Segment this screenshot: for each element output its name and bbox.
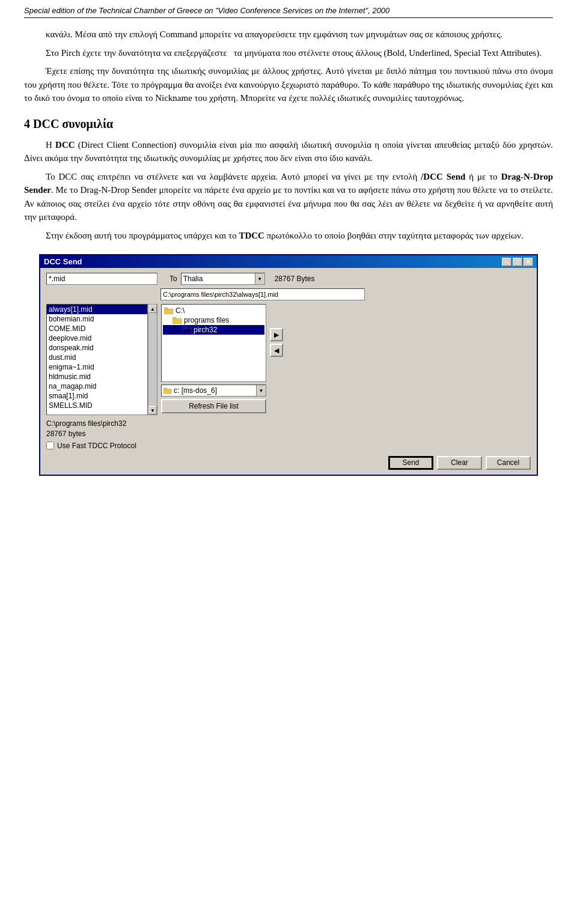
body-content: κανάλι. Μέσα από την επιλογή Command μπο… <box>24 28 553 105</box>
svg-rect-5 <box>182 327 186 329</box>
section-4-content: Η DCC (Direct Client Connection) συνομιλ… <box>24 138 553 243</box>
file-item-always[interactable]: always[1].mid <box>47 305 147 314</box>
fast-tdcc-checkbox[interactable] <box>46 442 54 449</box>
bottom-buttons: Send Clear Cancel <box>46 454 531 470</box>
close-button[interactable]: ✕ <box>524 258 533 266</box>
drive-combo-dropdown-btn[interactable]: ▼ <box>256 385 266 396</box>
file-item-donspeak[interactable]: donspeak.mid <box>47 343 147 353</box>
path-info-line2: 28767 bytes <box>46 429 531 439</box>
filepath-row <box>46 288 531 300</box>
dcc-send-dialog: DCC Send ─ □ ✕ To Thalia ▼ 28767 Bytes <box>39 254 538 476</box>
file-item-bohemian[interactable]: bohemian.mid <box>47 314 147 324</box>
drive-icon-small <box>163 387 172 394</box>
refresh-button-label: Refresh File list <box>189 402 239 410</box>
maximize-button[interactable]: □ <box>513 258 522 266</box>
section-4-heading: 4 DCC συνομιλία <box>24 117 553 131</box>
dir-item-pirch32[interactable]: pirch32 <box>163 325 264 335</box>
file-filter-input[interactable] <box>46 273 157 285</box>
svg-rect-1 <box>164 308 168 309</box>
drive-combo[interactable]: c: [ms-dos_6] ▼ <box>161 384 266 397</box>
to-combo-dropdown-btn[interactable]: ▼ <box>255 273 264 284</box>
scroll-down-arrow[interactable]: ▼ <box>148 406 157 415</box>
arrow-panel: ▶ ◀ <box>270 304 283 357</box>
filepath-input[interactable] <box>160 288 365 300</box>
dialog-titlebar: DCC Send ─ □ ✕ <box>40 255 537 268</box>
section4-paragraph-1: Η DCC (Direct Client Connection) συνομιλ… <box>24 138 553 165</box>
titlebar-buttons: ─ □ ✕ <box>502 258 533 266</box>
file-item-na_magap[interactable]: na_magap.mid <box>47 381 147 391</box>
arrow-left-button[interactable]: ◀ <box>270 344 283 357</box>
paragraph-2: Στο Pirch έχετε την δυνατότητα να επεξερ… <box>24 46 553 60</box>
send-button[interactable]: Send <box>388 456 433 470</box>
to-combo[interactable]: Thalia ▼ <box>181 273 265 285</box>
dir-item-programs[interactable]: programs files <box>163 315 264 325</box>
to-combo-value: Thalia <box>182 274 255 284</box>
file-list-scrollbar[interactable]: ▲ ▼ <box>148 304 157 415</box>
top-row: To Thalia ▼ 28767 Bytes <box>46 273 531 285</box>
folder-icon-programs <box>172 317 182 324</box>
drive-label: c: [ms-dos_6] <box>174 386 217 395</box>
clear-button-label: Clear <box>451 458 468 467</box>
dialog-body: To Thalia ▼ 28767 Bytes always[1].mid bo… <box>40 268 537 475</box>
file-item-enigma[interactable]: enigma~1.mid <box>47 362 147 372</box>
scroll-up-arrow[interactable]: ▲ <box>148 305 157 313</box>
svg-rect-7 <box>163 388 166 390</box>
file-listbox-container: always[1].mid bohemian.mid COME.MID deep… <box>46 304 157 415</box>
checkbox-row: Use Fast TDCC Protocol <box>46 442 531 450</box>
header-text: Special edition of the Technical Chamber… <box>24 6 389 15</box>
main-area: always[1].mid bohemian.mid COME.MID deep… <box>46 304 531 415</box>
file-item-smaa[interactable]: smaa[1].mid <box>47 391 147 401</box>
path-info: C:\programs files\pirch32 28767 bytes <box>46 419 531 439</box>
cancel-button[interactable]: Cancel <box>486 456 531 470</box>
svg-rect-6 <box>163 389 171 394</box>
file-item-dust[interactable]: dust.mid <box>47 353 147 362</box>
svg-rect-0 <box>164 309 173 314</box>
file-item-deeplove[interactable]: deeplove.mid <box>47 333 147 343</box>
paragraph-3: Έχετε επίσης την δυνατότητα της ιδιωτική… <box>24 64 553 105</box>
path-info-line1: C:\programs files\pirch32 <box>46 419 531 429</box>
file-item-hldmusic[interactable]: hldmusic.mid <box>47 372 147 381</box>
minimize-button[interactable]: ─ <box>502 258 511 266</box>
dir-item-drive[interactable]: C:\ <box>163 306 264 315</box>
send-button-label: Send <box>402 458 419 467</box>
bytes-label: 28767 Bytes <box>275 275 315 283</box>
svg-rect-3 <box>172 317 176 319</box>
page-header: Special edition of the Technical Chamber… <box>24 6 553 18</box>
to-label: To <box>169 275 177 283</box>
paragraph-1: κανάλι. Μέσα από την επιλογή Command μπο… <box>24 28 553 41</box>
cancel-button-label: Cancel <box>497 458 519 467</box>
dir-panel: C:\ programs files <box>161 304 266 413</box>
drive-combo-value: c: [ms-dos_6] <box>162 386 256 395</box>
section4-paragraph-2: Το DCC σας επιτρέπει να στέλνετε και να … <box>24 170 553 224</box>
section4-paragraph-3: Στην έκδοση αυτή του προγράμματος υπάρχε… <box>24 229 553 243</box>
drive-icon <box>164 307 174 314</box>
refresh-file-list-button[interactable]: Refresh File list <box>161 399 266 413</box>
arrow-right-button[interactable]: ▶ <box>270 328 283 341</box>
dir-tree[interactable]: C:\ programs files <box>161 304 266 382</box>
dialog-title: DCC Send <box>44 257 82 266</box>
svg-rect-2 <box>172 318 182 324</box>
folder-icon-pirch32 <box>182 326 192 333</box>
file-item-come[interactable]: COME.MID <box>47 324 147 333</box>
fast-tdcc-label: Use Fast TDCC Protocol <box>57 442 136 450</box>
scroll-track[interactable] <box>148 313 157 406</box>
file-item-smells[interactable]: SMELLS.MID <box>47 401 147 410</box>
svg-rect-4 <box>182 328 191 333</box>
clear-button[interactable]: Clear <box>437 456 482 470</box>
file-list[interactable]: always[1].mid bohemian.mid COME.MID deep… <box>46 304 148 415</box>
